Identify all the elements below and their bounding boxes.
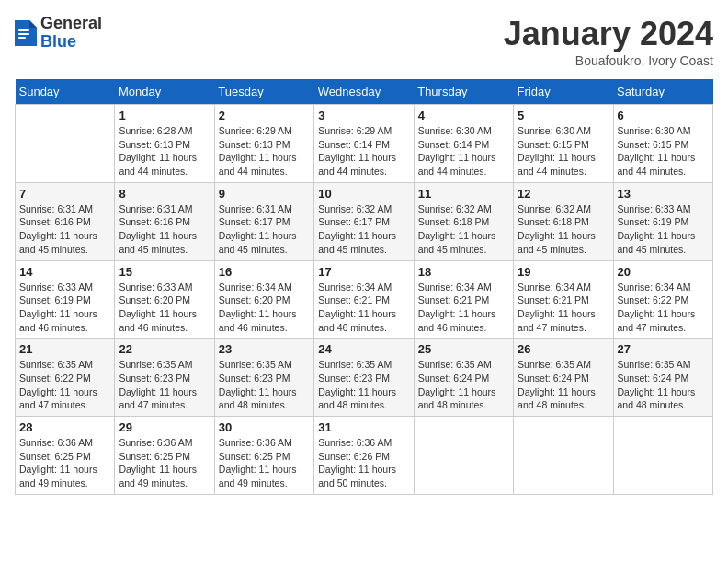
calendar-cell: 29Sunrise: 6:36 AM Sunset: 6:25 PM Dayli…	[115, 417, 214, 495]
day-info: Sunrise: 6:36 AM Sunset: 6:25 PM Dayligh…	[19, 436, 110, 490]
title-block: January 2024 Bouafoukro, Ivory Coast	[504, 15, 713, 68]
calendar-cell: 19Sunrise: 6:34 AM Sunset: 6:21 PM Dayli…	[514, 260, 613, 339]
calendar-cell: 9Sunrise: 6:31 AM Sunset: 6:17 PM Daylig…	[214, 182, 313, 260]
calendar-header-row: SundayMondayTuesdayWednesdayThursdayFrid…	[16, 79, 713, 105]
calendar-week-row: 21Sunrise: 6:35 AM Sunset: 6:22 PM Dayli…	[16, 339, 713, 417]
day-info: Sunrise: 6:36 AM Sunset: 6:25 PM Dayligh…	[219, 436, 310, 490]
day-header-sunday: Sunday	[16, 79, 115, 105]
day-info: Sunrise: 6:29 AM Sunset: 6:14 PM Dayligh…	[318, 124, 409, 178]
calendar-cell: 1Sunrise: 6:28 AM Sunset: 6:13 PM Daylig…	[115, 105, 214, 183]
day-header-tuesday: Tuesday	[214, 79, 313, 105]
day-info: Sunrise: 6:32 AM Sunset: 6:18 PM Dayligh…	[518, 202, 609, 257]
calendar-cell: 5Sunrise: 6:30 AM Sunset: 6:15 PM Daylig…	[514, 105, 613, 183]
day-info: Sunrise: 6:35 AM Sunset: 6:23 PM Dayligh…	[318, 358, 409, 412]
day-info: Sunrise: 6:30 AM Sunset: 6:15 PM Dayligh…	[518, 124, 609, 178]
day-number: 7	[19, 187, 110, 201]
calendar-cell: 15Sunrise: 6:33 AM Sunset: 6:20 PM Dayli…	[115, 260, 214, 339]
calendar-cell	[414, 417, 513, 495]
day-number: 22	[119, 342, 210, 356]
day-header-monday: Monday	[115, 79, 214, 105]
logo: General Blue	[15, 15, 102, 52]
day-number: 18	[418, 265, 509, 279]
svg-marker-1	[29, 20, 37, 28]
day-info: Sunrise: 6:31 AM Sunset: 6:16 PM Dayligh…	[119, 202, 210, 257]
logo-icon	[15, 20, 37, 46]
calendar-cell: 10Sunrise: 6:32 AM Sunset: 6:17 PM Dayli…	[314, 182, 414, 260]
day-number: 15	[119, 265, 210, 279]
day-info: Sunrise: 6:36 AM Sunset: 6:26 PM Dayligh…	[318, 436, 409, 490]
day-number: 21	[19, 342, 110, 356]
day-number: 10	[318, 187, 409, 201]
day-number: 6	[618, 109, 709, 122]
calendar-cell: 8Sunrise: 6:31 AM Sunset: 6:16 PM Daylig…	[115, 182, 214, 260]
day-info: Sunrise: 6:33 AM Sunset: 6:19 PM Dayligh…	[618, 202, 709, 257]
day-info: Sunrise: 6:33 AM Sunset: 6:19 PM Dayligh…	[19, 281, 110, 335]
calendar-cell: 23Sunrise: 6:35 AM Sunset: 6:23 PM Dayli…	[214, 339, 313, 417]
day-number: 27	[618, 342, 709, 356]
calendar-cell: 17Sunrise: 6:34 AM Sunset: 6:21 PM Dayli…	[314, 260, 414, 339]
calendar-cell: 4Sunrise: 6:30 AM Sunset: 6:14 PM Daylig…	[414, 105, 513, 183]
day-number: 26	[518, 342, 609, 356]
day-info: Sunrise: 6:28 AM Sunset: 6:13 PM Dayligh…	[119, 124, 210, 178]
calendar-cell	[16, 105, 115, 183]
calendar-cell: 16Sunrise: 6:34 AM Sunset: 6:20 PM Dayli…	[214, 260, 313, 339]
day-info: Sunrise: 6:34 AM Sunset: 6:21 PM Dayligh…	[418, 281, 509, 335]
month-title: January 2024	[504, 15, 713, 53]
day-number: 17	[318, 265, 409, 279]
day-info: Sunrise: 6:29 AM Sunset: 6:13 PM Dayligh…	[219, 124, 310, 178]
day-header-thursday: Thursday	[414, 79, 513, 105]
svg-rect-2	[18, 29, 29, 31]
day-info: Sunrise: 6:30 AM Sunset: 6:15 PM Dayligh…	[618, 124, 709, 178]
calendar-cell: 2Sunrise: 6:29 AM Sunset: 6:13 PM Daylig…	[214, 105, 313, 183]
day-number: 1	[119, 109, 210, 122]
day-number: 20	[618, 265, 709, 279]
day-header-wednesday: Wednesday	[314, 79, 414, 105]
day-info: Sunrise: 6:35 AM Sunset: 6:23 PM Dayligh…	[219, 358, 310, 412]
day-info: Sunrise: 6:34 AM Sunset: 6:22 PM Dayligh…	[618, 281, 709, 335]
day-info: Sunrise: 6:30 AM Sunset: 6:14 PM Dayligh…	[418, 124, 509, 178]
day-number: 23	[219, 342, 310, 356]
calendar-cell: 30Sunrise: 6:36 AM Sunset: 6:25 PM Dayli…	[214, 417, 313, 495]
page-header: General Blue January 2024 Bouafoukro, Iv…	[15, 15, 713, 68]
day-number: 29	[119, 420, 210, 434]
day-info: Sunrise: 6:33 AM Sunset: 6:20 PM Dayligh…	[119, 281, 210, 335]
calendar-cell: 31Sunrise: 6:36 AM Sunset: 6:26 PM Dayli…	[314, 417, 414, 495]
calendar-cell	[514, 417, 613, 495]
day-info: Sunrise: 6:34 AM Sunset: 6:21 PM Dayligh…	[518, 281, 609, 335]
calendar-cell: 22Sunrise: 6:35 AM Sunset: 6:23 PM Dayli…	[115, 339, 214, 417]
calendar-cell: 11Sunrise: 6:32 AM Sunset: 6:18 PM Dayli…	[414, 182, 513, 260]
day-info: Sunrise: 6:35 AM Sunset: 6:23 PM Dayligh…	[119, 358, 210, 412]
location-subtitle: Bouafoukro, Ivory Coast	[504, 53, 713, 68]
day-number: 19	[518, 265, 609, 279]
day-number: 4	[418, 109, 509, 122]
calendar-cell: 24Sunrise: 6:35 AM Sunset: 6:23 PM Dayli…	[314, 339, 414, 417]
calendar-week-row: 1Sunrise: 6:28 AM Sunset: 6:13 PM Daylig…	[16, 105, 713, 183]
day-info: Sunrise: 6:31 AM Sunset: 6:16 PM Dayligh…	[19, 202, 110, 257]
day-info: Sunrise: 6:32 AM Sunset: 6:18 PM Dayligh…	[418, 202, 509, 257]
calendar-cell: 27Sunrise: 6:35 AM Sunset: 6:24 PM Dayli…	[613, 339, 712, 417]
calendar-cell: 21Sunrise: 6:35 AM Sunset: 6:22 PM Dayli…	[16, 339, 115, 417]
day-number: 5	[518, 109, 609, 122]
day-number: 14	[19, 265, 110, 279]
calendar-cell: 14Sunrise: 6:33 AM Sunset: 6:19 PM Dayli…	[16, 260, 115, 339]
calendar-week-row: 7Sunrise: 6:31 AM Sunset: 6:16 PM Daylig…	[16, 182, 713, 260]
day-info: Sunrise: 6:34 AM Sunset: 6:20 PM Dayligh…	[219, 281, 310, 335]
day-number: 16	[219, 265, 310, 279]
calendar-cell: 6Sunrise: 6:30 AM Sunset: 6:15 PM Daylig…	[613, 105, 712, 183]
calendar-cell: 28Sunrise: 6:36 AM Sunset: 6:25 PM Dayli…	[16, 417, 115, 495]
calendar-week-row: 14Sunrise: 6:33 AM Sunset: 6:19 PM Dayli…	[16, 260, 713, 339]
day-number: 25	[418, 342, 509, 356]
day-info: Sunrise: 6:36 AM Sunset: 6:25 PM Dayligh…	[119, 436, 210, 490]
day-header-friday: Friday	[514, 79, 613, 105]
day-number: 13	[618, 187, 709, 201]
day-info: Sunrise: 6:31 AM Sunset: 6:17 PM Dayligh…	[219, 202, 310, 257]
day-number: 24	[318, 342, 409, 356]
calendar-cell: 25Sunrise: 6:35 AM Sunset: 6:24 PM Dayli…	[414, 339, 513, 417]
day-number: 3	[318, 109, 409, 122]
day-number: 8	[119, 187, 210, 201]
day-header-saturday: Saturday	[613, 79, 712, 105]
calendar-table: SundayMondayTuesdayWednesdayThursdayFrid…	[15, 79, 713, 495]
calendar-cell	[613, 417, 712, 495]
calendar-cell: 3Sunrise: 6:29 AM Sunset: 6:14 PM Daylig…	[314, 105, 414, 183]
logo-blue-text: Blue	[40, 33, 102, 52]
